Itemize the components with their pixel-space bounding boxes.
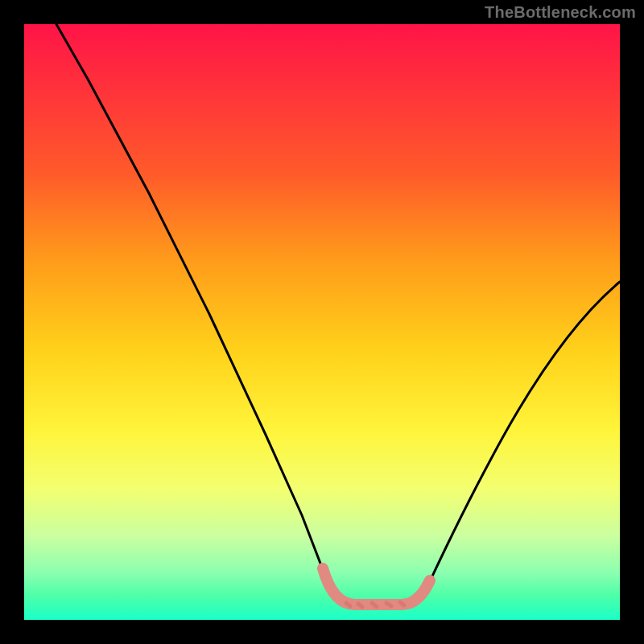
- plot-area: [24, 24, 620, 620]
- chart-frame: TheBottleneck.com: [0, 0, 644, 644]
- curve-path: [56, 24, 620, 604]
- curve-bottom-highlight: [323, 568, 430, 605]
- bottleneck-curve: [24, 24, 620, 620]
- watermark: TheBottleneck.com: [485, 3, 636, 22]
